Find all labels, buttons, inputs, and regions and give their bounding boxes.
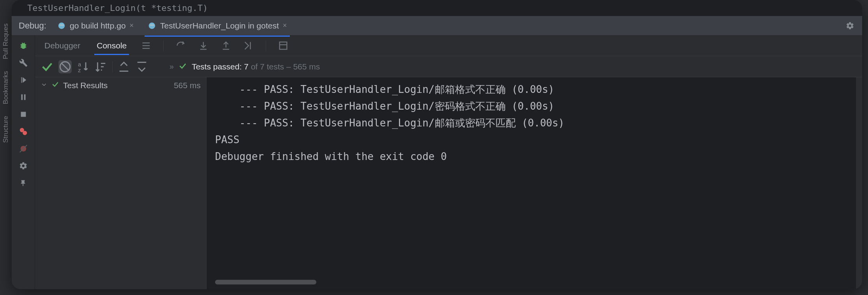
- console-line: PASS: [215, 132, 847, 148]
- svg-line-25: [62, 63, 69, 70]
- svg-point-9: [153, 25, 153, 25]
- stop-icon[interactable]: [18, 109, 28, 119]
- expand-all-icon[interactable]: [117, 60, 131, 73]
- step-out-icon[interactable]: [221, 40, 231, 51]
- debug-tool-window: TestUserHandler_Login(t *testing.T) Debu…: [12, 0, 862, 289]
- svg-point-0: [58, 22, 65, 29]
- check-icon: [178, 62, 187, 72]
- svg-point-8: [150, 25, 151, 25]
- gopher-icon: [57, 21, 66, 30]
- svg-rect-22: [280, 42, 287, 49]
- vertical-scrollbar[interactable]: [856, 77, 862, 289]
- sort-duration-icon[interactable]: [94, 60, 108, 73]
- chevron-down-icon[interactable]: [41, 81, 48, 90]
- bug-icon[interactable]: [18, 41, 28, 51]
- debug-tab-bar: Debug: go build http.go × TestUserHandle…: [12, 16, 862, 35]
- svg-point-13: [20, 146, 26, 152]
- debug-side-toolbar: [12, 35, 35, 289]
- rail-structure[interactable]: Structure: [2, 116, 10, 143]
- ide-left-rail: Pull Reques Bookmarks Structure: [0, 0, 12, 295]
- gear-icon[interactable]: [18, 161, 28, 171]
- test-root-time: 565 ms: [174, 81, 201, 90]
- horizontal-scrollbar[interactable]: [215, 280, 316, 284]
- tests-passed-prefix: Tests passed:: [192, 62, 244, 71]
- run-config-tab-1-label: go build http.go: [70, 21, 126, 30]
- show-passed-icon[interactable]: [41, 60, 54, 73]
- svg-text:a: a: [78, 61, 81, 67]
- show-ignored-icon[interactable]: [58, 60, 72, 73]
- tab-console[interactable]: Console: [94, 36, 129, 55]
- test-tree[interactable]: Test Results 565 ms: [35, 77, 206, 289]
- tests-passed-count: 7: [244, 62, 249, 71]
- debug-subtabs: Debugger Console: [35, 35, 862, 56]
- more-icon[interactable]: »: [169, 62, 174, 71]
- pin-icon[interactable]: [18, 178, 28, 188]
- collapse-all-icon[interactable]: [135, 60, 148, 73]
- console-line: --- PASS: TestUserHandler_Login/密码格式不正确 …: [215, 98, 847, 115]
- svg-point-3: [60, 25, 61, 25]
- step-over-icon[interactable]: [175, 40, 186, 51]
- step-into-icon[interactable]: [198, 40, 209, 51]
- tests-toolbar: az » Tests passed: 7 of 7 tests – 565 ms: [35, 56, 862, 77]
- run-config-tab-2-label: TestUserHandler_Login in gotest: [160, 21, 279, 30]
- svg-point-12: [23, 131, 27, 135]
- rail-bookmarks[interactable]: Bookmarks: [2, 71, 10, 104]
- editor-line-text: TestUserHandler_Login(t *testing.T): [27, 3, 208, 13]
- svg-point-5: [149, 22, 155, 29]
- close-icon[interactable]: ×: [283, 21, 287, 30]
- breakpoints-icon[interactable]: [18, 126, 28, 137]
- evaluate-icon[interactable]: [278, 40, 289, 51]
- gear-icon[interactable]: [845, 21, 855, 31]
- test-tree-root[interactable]: Test Results 565 ms: [41, 80, 201, 90]
- gopher-icon: [148, 21, 156, 30]
- run-to-cursor-icon[interactable]: [243, 40, 254, 51]
- svg-point-4: [62, 25, 63, 25]
- svg-rect-10: [21, 112, 26, 117]
- close-icon[interactable]: ×: [130, 21, 134, 30]
- console-line: --- PASS: TestUserHandler_Login/邮箱或密码不匹配…: [215, 115, 847, 132]
- tests-status-text: Tests passed: 7 of 7 tests – 565 ms: [192, 62, 320, 71]
- mute-breakpoints-icon[interactable]: [18, 144, 28, 154]
- run-config-tab-1[interactable]: go build http.go ×: [54, 19, 137, 33]
- check-icon: [51, 80, 59, 90]
- editor-snippet: TestUserHandler_Login(t *testing.T): [12, 0, 862, 16]
- svg-text:z: z: [78, 67, 81, 73]
- console-line: Debugger finished with the exit code 0: [215, 148, 847, 165]
- wrench-icon[interactable]: [18, 58, 28, 68]
- sort-alpha-icon[interactable]: az: [76, 60, 90, 73]
- test-root-label: Test Results: [63, 81, 108, 90]
- debug-label: Debug:: [19, 21, 46, 31]
- threads-icon[interactable]: [141, 40, 152, 51]
- resume-icon[interactable]: [18, 75, 28, 85]
- tests-passed-suffix: of 7 tests – 565 ms: [249, 62, 320, 71]
- tab-debugger[interactable]: Debugger: [42, 36, 83, 55]
- pause-icon[interactable]: [18, 92, 28, 102]
- run-config-tab-2[interactable]: TestUserHandler_Login in gotest ×: [145, 19, 290, 33]
- console-line: --- PASS: TestUserHandler_Login/邮箱格式不正确 …: [215, 81, 847, 98]
- console-output[interactable]: --- PASS: TestUserHandler_Login/邮箱格式不正确 …: [206, 77, 856, 289]
- rail-pull-requests[interactable]: Pull Reques: [2, 23, 10, 59]
